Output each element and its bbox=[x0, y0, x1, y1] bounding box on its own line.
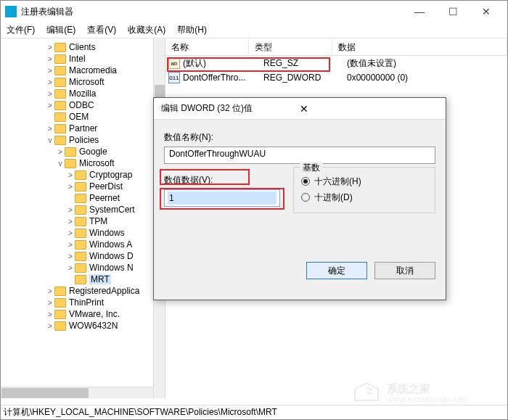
base-label: 基数 bbox=[300, 162, 323, 174]
folder-icon bbox=[75, 263, 86, 273]
edit-dword-dialog: 编辑 DWORD (32 位)值 ✕ 数值名称(N): DontOfferThr… bbox=[153, 97, 446, 300]
status-bar: 计算机\HKEY_LOCAL_MACHINE\SOFTWARE\Policies… bbox=[1, 405, 507, 419]
data-input[interactable] bbox=[168, 192, 276, 205]
tree-item[interactable]: Peernet bbox=[1, 192, 165, 204]
folder-icon bbox=[75, 252, 86, 261]
tree-item[interactable]: >ThinPrint bbox=[1, 297, 165, 308]
tree-item[interactable]: >Clients bbox=[1, 41, 165, 53]
radio-dec-icon bbox=[301, 193, 310, 202]
tree-item[interactable]: >ODBC bbox=[1, 99, 165, 111]
tree-scrollbar-h[interactable] bbox=[1, 387, 153, 398]
tree-item[interactable]: >Mozilla bbox=[1, 88, 165, 99]
watermark: 系统之家 WWW.XITONGZHIJIA.NET bbox=[352, 382, 467, 403]
folder-icon bbox=[75, 240, 86, 250]
minimize-button[interactable]: — bbox=[403, 1, 436, 22]
tree-item[interactable]: >Macromedia bbox=[1, 65, 165, 76]
folder-icon bbox=[75, 228, 86, 238]
string-icon: ab bbox=[168, 57, 180, 69]
tree-item[interactable]: >TPM bbox=[1, 215, 165, 227]
folder-icon bbox=[54, 89, 66, 99]
folder-icon bbox=[75, 182, 86, 192]
column-type[interactable]: 类型 bbox=[249, 38, 332, 55]
menu-view[interactable]: 查看(V) bbox=[87, 24, 116, 36]
tree-item[interactable]: >VMware, Inc. bbox=[1, 308, 165, 320]
close-button[interactable]: ✕ bbox=[470, 1, 503, 22]
cancel-button[interactable]: 取消 bbox=[374, 262, 435, 279]
folder-icon bbox=[54, 298, 66, 308]
menu-bar: 文件(F) 编辑(E) 查看(V) 收藏夹(A) 帮助(H) bbox=[1, 22, 507, 38]
tree-item[interactable]: >Windows bbox=[1, 227, 165, 239]
column-name[interactable]: 名称 bbox=[165, 38, 249, 55]
folder-icon bbox=[75, 194, 86, 203]
folder-icon bbox=[54, 287, 66, 296]
menu-help[interactable]: 帮助(H) bbox=[177, 24, 207, 36]
registry-tree[interactable]: >Clients>Intel>Macromedia>Microsoft>Mozi… bbox=[1, 38, 165, 398]
window-title: 注册表编辑器 bbox=[21, 6, 403, 18]
folder-icon bbox=[54, 43, 66, 52]
tree-item[interactable]: MRT bbox=[1, 273, 165, 285]
radio-hex[interactable]: 十六进制(H) bbox=[301, 173, 427, 189]
tree-item[interactable]: >RegisteredApplica bbox=[1, 285, 165, 297]
tree-item[interactable]: >Partner bbox=[1, 123, 165, 134]
app-icon bbox=[5, 6, 17, 17]
folder-icon bbox=[54, 78, 66, 87]
folder-icon bbox=[75, 170, 86, 180]
name-label: 数值名称(N): bbox=[164, 131, 435, 144]
folder-icon bbox=[54, 124, 66, 133]
value-row[interactable]: 011DontOfferThro...REG_DWORD0x00000000 (… bbox=[165, 70, 507, 85]
tree-item[interactable]: vMicrosoft bbox=[1, 157, 165, 169]
tree-item[interactable]: >WOW6432N bbox=[1, 320, 165, 332]
folder-icon bbox=[54, 136, 66, 145]
tree-item[interactable]: >Windows N bbox=[1, 262, 165, 273]
tree-item[interactable]: OEM bbox=[1, 111, 165, 123]
tree-item[interactable]: >Cryptograp bbox=[1, 169, 165, 181]
tree-item[interactable]: >PeerDist bbox=[1, 181, 165, 192]
data-field-wrap bbox=[164, 189, 280, 207]
tree-item[interactable]: vPolicies bbox=[1, 134, 165, 146]
dialog-close-button[interactable]: ✕ bbox=[300, 103, 438, 115]
maximize-button[interactable]: ☐ bbox=[436, 1, 470, 22]
menu-file[interactable]: 文件(F) bbox=[7, 24, 35, 36]
title-bar: 注册表编辑器 — ☐ ✕ bbox=[1, 1, 507, 22]
tree-item[interactable]: >Microsoft bbox=[1, 76, 165, 88]
folder-icon bbox=[65, 159, 76, 168]
folder-icon bbox=[54, 321, 66, 331]
status-path: 计算机\HKEY_LOCAL_MACHINE\SOFTWARE\Policies… bbox=[4, 406, 277, 419]
folder-icon bbox=[65, 147, 76, 157]
ok-button[interactable]: 确定 bbox=[306, 262, 367, 279]
tree-item[interactable]: >Windows D bbox=[1, 250, 165, 262]
folder-icon bbox=[75, 205, 86, 215]
folder-icon bbox=[75, 217, 86, 226]
radio-dec[interactable]: 十进制(D) bbox=[301, 189, 427, 205]
base-group: 基数 十六进制(H) 十进制(D) bbox=[293, 167, 435, 213]
radio-hex-icon bbox=[301, 177, 310, 186]
tree-item[interactable]: >Windows A bbox=[1, 239, 165, 250]
binary-icon: 011 bbox=[168, 72, 180, 83]
tree-item[interactable]: >Intel bbox=[1, 53, 165, 65]
menu-edit[interactable]: 编辑(E) bbox=[46, 24, 75, 36]
tree-item[interactable]: >SystemCert bbox=[1, 204, 165, 215]
menu-favorites[interactable]: 收藏夹(A) bbox=[128, 24, 165, 36]
folder-icon bbox=[75, 275, 86, 284]
folder-icon bbox=[54, 310, 66, 319]
column-data[interactable]: 数据 bbox=[332, 38, 507, 55]
folder-icon bbox=[54, 66, 66, 75]
tree-item[interactable]: >Google bbox=[1, 146, 165, 157]
folder-icon bbox=[54, 112, 66, 122]
data-label: 数值数据(V): bbox=[164, 174, 280, 186]
dialog-title: 编辑 DWORD (32 位)值 bbox=[161, 102, 300, 115]
folder-icon bbox=[54, 101, 66, 110]
folder-icon bbox=[54, 54, 66, 64]
value-row[interactable]: ab(默认)REG_SZ(数值未设置) bbox=[165, 56, 507, 70]
